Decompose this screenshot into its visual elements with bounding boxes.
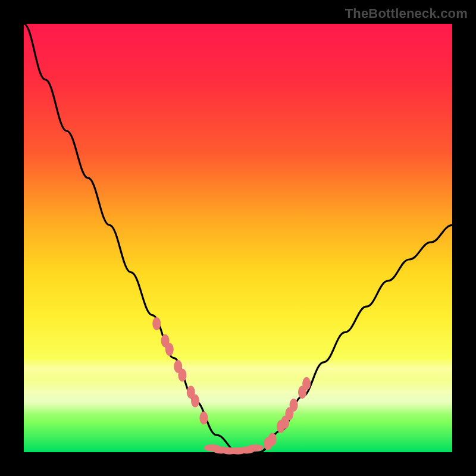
data-marker	[290, 399, 298, 412]
plot-area	[24, 24, 452, 452]
curve-svg	[24, 24, 452, 452]
data-marker	[191, 394, 199, 408]
data-marker	[152, 317, 161, 330]
data-marker	[178, 368, 186, 381]
data-marker	[165, 343, 174, 356]
bottleneck-curve	[24, 24, 452, 452]
data-marker	[302, 377, 311, 390]
chart-stage: TheBottleneck.com	[0, 0, 476, 476]
marker-cluster-left	[152, 317, 208, 424]
data-marker	[199, 411, 208, 424]
watermark-text: TheBottleneck.com	[345, 6, 468, 21]
data-marker	[268, 433, 277, 446]
marker-cluster-right	[264, 377, 311, 450]
data-marker	[247, 444, 264, 452]
